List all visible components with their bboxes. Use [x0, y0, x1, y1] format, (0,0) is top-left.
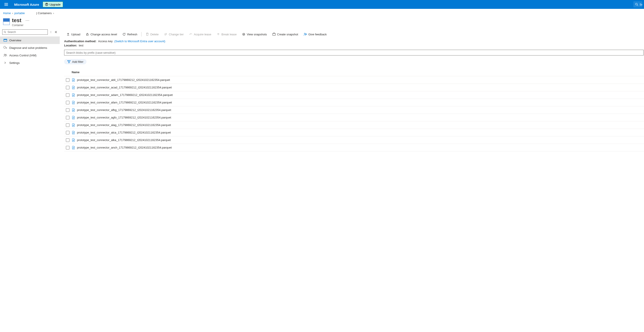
- sort-icon[interactable]: [49, 30, 53, 34]
- break-lease-button[interactable]: Break lease: [214, 31, 239, 38]
- row-checkbox[interactable]: [66, 131, 70, 134]
- auth-method-label: Authentication method:: [64, 39, 96, 43]
- add-filter-label: Add filter: [72, 60, 84, 63]
- blob-name[interactable]: prototype_test_connector_afbg_1717986921…: [77, 108, 171, 112]
- table-row[interactable]: prototype_test_connector_acad_1717986921…: [64, 84, 644, 91]
- blob-name[interactable]: prototype_test_connector_alca_1717986921…: [77, 131, 171, 134]
- sidebar-item-settings[interactable]: Settings: [0, 59, 60, 66]
- global-search-placeholder: Se: [640, 3, 642, 6]
- blob-name[interactable]: prototype_test_connector_abli_1717986921…: [77, 78, 170, 81]
- toolbar-separator: [141, 32, 142, 36]
- blob-name[interactable]: prototype_test_connector_adam_1717986921…: [77, 93, 173, 97]
- toolbar-label: Change access level: [90, 33, 117, 36]
- blob-name[interactable]: prototype_test_connector_acad_1717986921…: [77, 86, 172, 89]
- create-snapshot-button[interactable]: Create snapshot: [270, 31, 300, 38]
- switch-auth-link[interactable]: (Switch to Microsoft Entra user account): [114, 39, 165, 43]
- svg-rect-31: [73, 125, 74, 126]
- row-checkbox[interactable]: [66, 138, 70, 142]
- row-checkbox[interactable]: [66, 108, 70, 112]
- hamburger-menu-icon[interactable]: [2, 0, 10, 9]
- view-snapshots-button[interactable]: View snapshots: [240, 31, 269, 38]
- resource-type-label: Container: [12, 24, 31, 27]
- sidebar-search[interactable]: [2, 29, 48, 35]
- table-row[interactable]: prototype_test_connector_afam_1717986921…: [64, 99, 644, 106]
- auth-method-value: Access key: [98, 39, 113, 43]
- refresh-button[interactable]: Refresh: [120, 31, 140, 38]
- toolbar-label: Upload: [71, 33, 80, 36]
- toolbar-label: Change tier: [169, 33, 184, 36]
- change-access-button[interactable]: Change access level: [84, 31, 119, 38]
- column-name-header[interactable]: Name: [72, 70, 80, 74]
- breadcrumb: Home › portable | Containers ›: [0, 9, 644, 16]
- toolbar-label: Break lease: [222, 33, 237, 36]
- row-checkbox[interactable]: [66, 123, 70, 127]
- collapse-sidebar-icon[interactable]: [54, 30, 58, 34]
- row-checkbox[interactable]: [66, 78, 70, 82]
- feedback-button[interactable]: Give feedback: [301, 31, 329, 38]
- svg-rect-10: [273, 33, 275, 35]
- table-row[interactable]: prototype_test_connector_alka_1717986921…: [64, 136, 644, 144]
- svg-rect-0: [4, 3, 8, 3]
- row-checkbox[interactable]: [66, 101, 70, 104]
- svg-rect-5: [4, 39, 7, 40]
- breadcrumb-portable[interactable]: portable: [14, 11, 25, 15]
- delete-button[interactable]: Delete: [143, 31, 161, 38]
- svg-rect-12: [73, 80, 74, 80]
- row-checkbox[interactable]: [66, 93, 70, 97]
- svg-rect-29: [73, 118, 74, 118]
- table-row[interactable]: prototype_test_connector_agfo_1717986921…: [64, 114, 644, 121]
- table-row[interactable]: prototype_test_connector_afbg_1717986921…: [64, 106, 644, 114]
- upgrade-label: Upgrade: [50, 3, 60, 6]
- table-row[interactable]: prototype_test_connector_alca_1717986921…: [64, 129, 644, 136]
- breadcrumb-containers[interactable]: | Containers: [36, 11, 52, 15]
- svg-point-11: [304, 33, 306, 34]
- chevron-right-icon: ›: [12, 11, 13, 15]
- svg-rect-33: [73, 132, 74, 133]
- sidebar-item-label: Access Control (IAM): [9, 54, 36, 57]
- sidebar-item-overview[interactable]: Overview: [0, 36, 60, 44]
- row-checkbox[interactable]: [66, 116, 70, 119]
- sidebar-item-label: Settings: [9, 61, 20, 64]
- blob-name[interactable]: prototype_test_connector_alag_1717986921…: [77, 123, 171, 127]
- toolbar-label: Refresh: [127, 33, 137, 36]
- svg-rect-22: [73, 103, 74, 103]
- blob-search[interactable]: [64, 50, 644, 55]
- svg-rect-14: [73, 81, 74, 81]
- blob-search-input[interactable]: [66, 51, 642, 54]
- upgrade-button[interactable]: Upgrade: [43, 1, 63, 7]
- more-actions-icon[interactable]: ⋯: [24, 18, 31, 23]
- svg-rect-37: [73, 140, 74, 141]
- toolbar-label: Delete: [150, 33, 159, 36]
- sidebar-search-input[interactable]: [8, 30, 46, 33]
- row-checkbox[interactable]: [66, 146, 70, 149]
- auth-method-row: Authentication method: Access key (Switc…: [64, 39, 644, 43]
- table-row[interactable]: prototype_test_connector_alag_1717986921…: [64, 121, 644, 129]
- svg-rect-7: [86, 34, 88, 35]
- table-row[interactable]: prototype_test_connector_adam_1717986921…: [64, 91, 644, 99]
- sidebar-item-iam[interactable]: Access Control (IAM): [0, 51, 60, 59]
- blob-name[interactable]: prototype_test_connector_afam_1717986921…: [77, 101, 172, 104]
- blob-name[interactable]: prototype_test_connector_anch_1717986921…: [77, 146, 172, 149]
- svg-rect-16: [73, 88, 74, 88]
- svg-rect-17: [73, 88, 74, 88]
- row-checkbox[interactable]: [66, 86, 70, 89]
- table-row[interactable]: prototype_test_connector_anch_1717986921…: [64, 144, 644, 151]
- upload-button[interactable]: Upload: [64, 31, 82, 38]
- svg-rect-40: [73, 148, 74, 148]
- svg-rect-19: [73, 95, 74, 95]
- toolbar-label: Create snapshot: [277, 33, 298, 36]
- svg-rect-2: [4, 5, 8, 6]
- brand-label[interactable]: Microsoft Azure: [10, 3, 43, 6]
- change-tier-button[interactable]: Change tier: [162, 31, 186, 38]
- global-search[interactable]: Se: [634, 1, 642, 7]
- blob-name[interactable]: prototype_test_connector_alka_1717986921…: [77, 138, 171, 142]
- breadcrumb-home[interactable]: Home: [3, 11, 11, 15]
- acquire-lease-button[interactable]: Acquire lease: [187, 31, 214, 38]
- blob-name[interactable]: prototype_test_connector_agfo_1717986921…: [77, 116, 171, 119]
- sidebar-item-diagnose[interactable]: Diagnose and solve problems: [0, 44, 60, 51]
- table-row[interactable]: prototype_test_connector_abli_1717986921…: [64, 76, 644, 84]
- svg-rect-23: [73, 103, 74, 103]
- add-filter-button[interactable]: Add filter: [64, 59, 86, 64]
- svg-rect-30: [73, 125, 74, 125]
- blob-table: Name prototype_test_connector_abli_17179…: [64, 68, 644, 151]
